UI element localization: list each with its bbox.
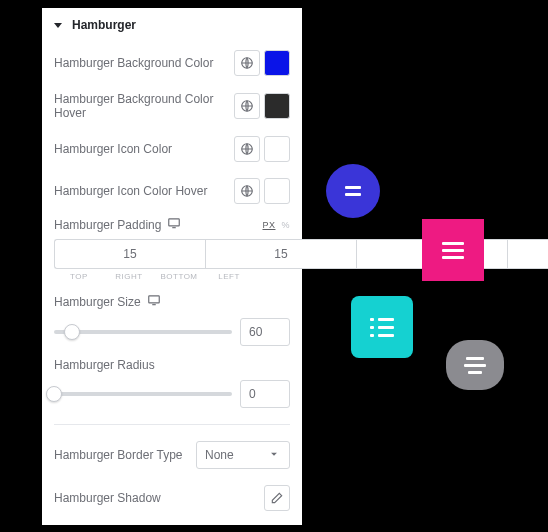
globe-icon[interactable] [234, 136, 260, 162]
radius-input[interactable] [240, 380, 290, 408]
label-bg-color: Hamburger Background Color [54, 56, 234, 70]
bg-hover-swatch[interactable] [264, 93, 290, 119]
row-bg-color: Hamburger Background Color [42, 42, 302, 84]
globe-icon[interactable] [234, 178, 260, 204]
edit-shadow-button[interactable] [264, 485, 290, 511]
responsive-icon[interactable] [167, 216, 181, 233]
preview-circle-blue [326, 164, 380, 218]
sublabel-top: TOP [54, 272, 104, 281]
svg-rect-5 [148, 296, 159, 303]
unit-percent[interactable]: % [281, 220, 290, 230]
icon-color-swatch[interactable] [264, 136, 290, 162]
radius-slider[interactable] [54, 392, 232, 396]
icon-hover-swatch[interactable] [264, 178, 290, 204]
responsive-icon[interactable] [147, 293, 161, 310]
label-icon-hover: Hamburger Icon Color Hover [54, 184, 234, 198]
row-bg-hover-color: Hamburger Background Color Hover [42, 84, 302, 128]
border-type-select[interactable]: None [196, 441, 290, 469]
preview-pill-gray [446, 340, 504, 390]
divider [54, 424, 290, 425]
label-padding: Hamburger Padding [54, 218, 161, 232]
radius-control: Hamburger Radius [42, 354, 302, 416]
sublabel-right: RIGHT [104, 272, 154, 281]
padding-right-input[interactable] [205, 239, 356, 269]
label-shadow: Hamburger Shadow [54, 491, 264, 505]
row-shadow: Hamburger Shadow [42, 477, 302, 519]
row-icon-color: Hamburger Icon Color [42, 128, 302, 170]
chevron-down-icon [267, 447, 281, 464]
row-icon-hover-color: Hamburger Icon Color Hover [42, 170, 302, 212]
svg-rect-4 [169, 219, 180, 226]
label-bg-hover: Hamburger Background Color Hover [54, 92, 234, 120]
label-icon-color: Hamburger Icon Color [54, 142, 234, 156]
preview-square-pink [422, 219, 484, 281]
padding-top-input[interactable] [54, 239, 205, 269]
bg-color-swatch[interactable] [264, 50, 290, 76]
hamburger-style-panel: Hamburger Hamburger Background Color Ham… [42, 8, 302, 525]
slider-thumb-icon[interactable] [46, 386, 62, 402]
size-control: Hamburger Size [42, 289, 302, 354]
padding-control: Hamburger Padding PX % TOP RIGHT BOTTOM [42, 212, 302, 289]
size-slider[interactable] [54, 330, 232, 334]
globe-icon[interactable] [234, 93, 260, 119]
sublabel-left: LEFT [204, 272, 254, 281]
sublabel-bottom: BOTTOM [154, 272, 204, 281]
section-header-hamburger[interactable]: Hamburger [42, 8, 302, 42]
label-radius: Hamburger Radius [54, 358, 155, 372]
select-value: None [205, 448, 234, 462]
label-size: Hamburger Size [54, 295, 141, 309]
slider-thumb-icon[interactable] [64, 324, 80, 340]
size-input[interactable] [240, 318, 290, 346]
caret-down-icon [54, 23, 62, 28]
section-title: Hamburger [72, 18, 136, 32]
preview-square-teal [351, 296, 413, 358]
label-border-type: Hamburger Border Type [54, 448, 196, 462]
globe-icon[interactable] [234, 50, 260, 76]
row-border-type: Hamburger Border Type None [42, 433, 302, 477]
unit-px[interactable]: PX [262, 220, 275, 230]
padding-left-input[interactable] [507, 239, 548, 269]
